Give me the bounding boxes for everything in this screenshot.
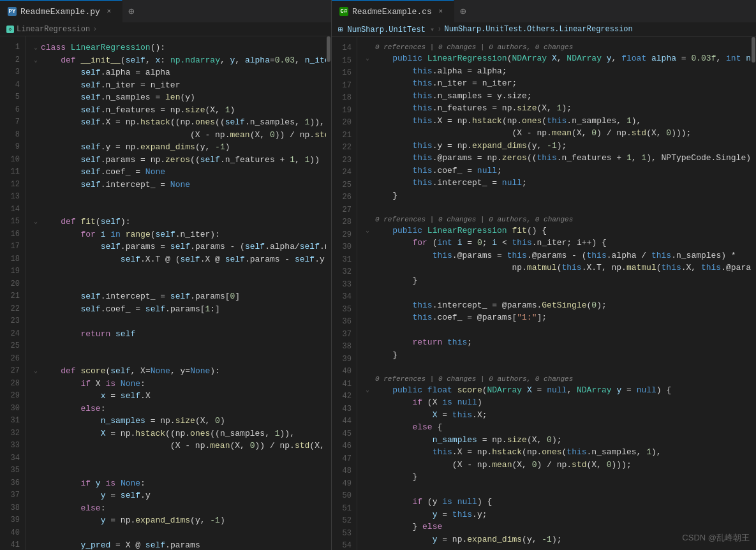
fold-gutter[interactable]: ⌄ — [362, 225, 373, 237]
left-scrollbar-thumb[interactable] — [327, 36, 330, 62]
code-text: if X is None: — [41, 378, 145, 390]
fold-gutter — [362, 409, 373, 422]
fold-gutter[interactable]: ⌄ — [31, 216, 41, 228]
left-breadcrumb-arrow: › — [93, 25, 97, 34]
left-add-tab[interactable]: ⊕ — [122, 0, 140, 22]
code-line: this.coef_ = null; — [362, 165, 751, 177]
fold-gutter[interactable]: ⌄ — [362, 52, 373, 65]
code-line: this.@params = this.@params - (this.alph… — [362, 249, 751, 262]
line-num: 30 — [332, 241, 357, 254]
code-text: this.n_iter = n_iter; — [373, 77, 517, 90]
code-text: this.@params = this.@params - (this.alph… — [373, 249, 736, 262]
fold-gutter — [31, 514, 41, 527]
fold-gutter — [362, 102, 373, 115]
right-dropdown-text: NumSharp.UnitTest — [347, 26, 425, 34]
code-text: if (X is null) — [373, 396, 482, 409]
line-num: 9 — [0, 141, 25, 154]
ref-info: 0 references | 0 changes | 0 authors, 0 … — [362, 42, 751, 52]
code-line: return this; — [362, 336, 751, 349]
fold-gutter — [31, 179, 41, 191]
code-line: if (y is null) { — [362, 496, 751, 509]
left-panel: ◇ LinearRegression › 1234567891011121314… — [0, 22, 332, 550]
fold-gutter[interactable]: ⌄ — [362, 384, 373, 397]
fold-gutter[interactable]: ⌄ — [31, 365, 41, 378]
line-num: 18 — [0, 253, 25, 266]
code-line — [31, 353, 326, 366]
fold-gutter — [31, 440, 41, 452]
code-text: X = this.X; — [373, 409, 487, 422]
right-panel: ⊞ NumSharp.UnitTest ▾ › NumSharp.UnitTes… — [332, 22, 756, 550]
code-text: } — [373, 274, 417, 287]
code-text: def fit(self): — [41, 216, 130, 228]
right-dropdown[interactable]: ⊞ NumSharp.UnitTest ▾ — [338, 25, 434, 34]
watermark: CSDN @乱峰朝王 — [682, 532, 750, 544]
code-text: X = np.hstack((np.ones((n_samples, 1)), — [41, 427, 295, 440]
right-scrollbar[interactable] — [751, 37, 756, 550]
code-line: ⌄ public float score(NDArray X = null, N… — [362, 384, 751, 397]
code-line: self.n_iter = n_iter — [31, 79, 326, 92]
left-code-container: 1234567891011121314151617181920212223242… — [0, 36, 331, 550]
right-scrollbar-thumb[interactable] — [752, 37, 755, 63]
line-num: 17 — [332, 80, 357, 93]
right-dropdown-arrow: ▾ — [430, 26, 434, 34]
line-num: 33 — [0, 440, 25, 452]
line-num: 22 — [332, 142, 357, 154]
code-text: this.n_samples = y.size; — [373, 90, 532, 103]
line-num: 48 — [332, 465, 357, 478]
line-num: 6 — [0, 104, 25, 117]
code-line: this.intercept_ = @params.GetSingle(0); — [362, 299, 751, 312]
line-num: 31 — [332, 254, 357, 267]
code-text: (X - np.mean(X, 0) / np.std(X, 0))); — [373, 459, 632, 472]
fold-gutter — [31, 253, 41, 266]
left-tab-close[interactable]: × — [104, 6, 114, 17]
fold-gutter — [31, 166, 41, 179]
left-tab-active[interactable]: PY ReadmeExample.py × — [0, 0, 122, 22]
line-num: 31 — [0, 415, 25, 427]
code-line: if (X is null) — [362, 396, 751, 409]
right-code-container: 1415161718192021222324252627282930313233… — [332, 37, 756, 550]
code-line: self.n_samples = len(y) — [31, 91, 326, 104]
fold-gutter[interactable]: ⌄ — [31, 41, 41, 54]
line-num: 30 — [0, 403, 25, 415]
code-line: (X - np.mean(X, 0) / np.std(X, 0))); — [362, 127, 751, 140]
code-text: y = self.y — [41, 489, 151, 502]
code-line: this.n_iter = n_iter; — [362, 77, 751, 90]
right-code-content[interactable]: 0 references | 0 changes | 0 authors, 0 … — [357, 37, 751, 550]
fold-gutter — [31, 465, 41, 477]
code-line: for (int i = 0; i < this.n_iter; i++) { — [362, 237, 751, 249]
fold-gutter — [362, 434, 373, 447]
line-num: 51 — [332, 503, 357, 516]
line-num: 27 — [332, 204, 357, 217]
fold-gutter — [31, 278, 41, 291]
code-text: this.alpha = alpha; — [373, 65, 507, 78]
right-tab-close[interactable]: × — [436, 6, 446, 17]
right-tab-active[interactable]: C# ReadmeExample.cs × — [332, 0, 454, 22]
fold-gutter — [362, 471, 373, 484]
fold-gutter[interactable]: ⌄ — [31, 54, 41, 67]
fold-gutter — [362, 249, 373, 262]
line-num: 54 — [332, 540, 357, 550]
line-num: 40 — [332, 366, 357, 378]
left-scrollbar[interactable] — [326, 36, 331, 550]
fold-gutter — [31, 129, 41, 142]
code-text: } — [373, 190, 397, 202]
line-num: 47 — [332, 453, 357, 466]
line-num: 27 — [0, 365, 25, 378]
left-code-content[interactable]: ⌄ class LinearRegression(): ⌄ def __init… — [26, 36, 326, 550]
fold-gutter — [362, 396, 373, 409]
fold-gutter — [31, 79, 41, 92]
right-add-tab[interactable]: ⊕ — [454, 0, 472, 22]
code-line: this.X = np.hstack(np.ones(this.n_sample… — [362, 446, 751, 459]
fold-gutter — [31, 191, 41, 204]
line-num: 42 — [332, 390, 357, 403]
code-line: } — [362, 190, 751, 202]
code-text: } else — [373, 521, 442, 533]
fold-gutter — [31, 228, 41, 241]
right-dropdown-icon: ⊞ — [338, 26, 343, 34]
fold-gutter — [362, 127, 373, 140]
code-line — [362, 361, 751, 374]
line-num: 25 — [0, 340, 25, 353]
code-text: n_samples = np.size(X, 0) — [41, 415, 225, 427]
line-num: 29 — [0, 390, 25, 403]
line-num: 18 — [332, 92, 357, 105]
